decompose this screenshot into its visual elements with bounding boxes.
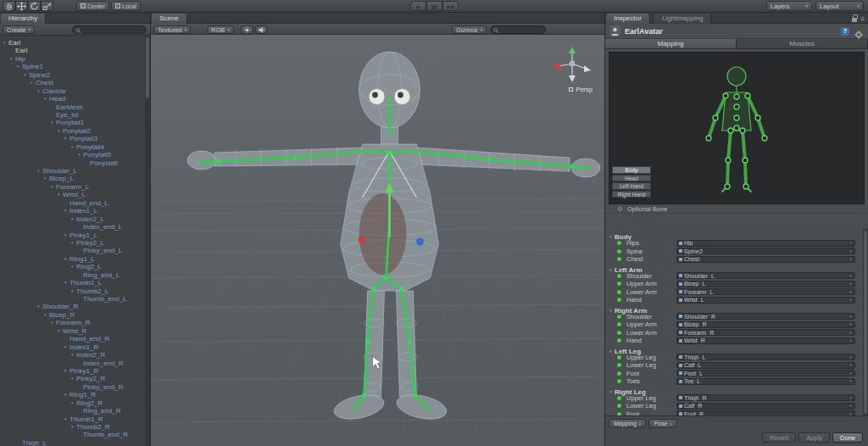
foldout-arrow-icon[interactable]: ▼ (64, 343, 70, 351)
hierarchy-item[interactable]: ▼Ponytail1 (0, 116, 145, 124)
hierarchy-item[interactable]: Eye_lid (0, 109, 145, 116)
bone-object-field[interactable]: Shoulder_L (676, 272, 855, 279)
object-picker-button[interactable] (849, 249, 853, 254)
foldout-arrow-icon[interactable]: ▼ (70, 215, 76, 223)
scene-search-field[interactable] (490, 25, 546, 34)
bone-object-field[interactable]: Foot_L (676, 370, 855, 376)
pause-button[interactable]: ▮▮ (426, 1, 442, 11)
hierarchy-item[interactable]: ▼Forearm_R (0, 316, 145, 324)
foldout-arrow-icon[interactable]: ▼ (64, 367, 70, 375)
object-picker-button[interactable] (849, 338, 853, 343)
scene-audio-toggle[interactable] (255, 25, 268, 34)
foldout-arrow-icon[interactable]: ▼ (70, 351, 76, 359)
object-picker-button[interactable] (849, 379, 853, 383)
hierarchy-item[interactable]: EarMesh (0, 101, 145, 109)
foldout-arrow-icon[interactable]: ▼ (70, 287, 76, 295)
play-button[interactable]: ▶ (410, 1, 426, 11)
scrollbar-thumb[interactable] (864, 231, 867, 414)
hierarchy-item[interactable]: ▼Bicep_R (0, 309, 145, 316)
gear-icon[interactable] (854, 27, 863, 36)
hierarchy-item[interactable]: ▼Index2_L (0, 213, 145, 220)
hierarchy-item[interactable]: ▼Pinky1_L (0, 229, 145, 237)
object-picker-button[interactable] (849, 257, 853, 261)
foldout-arrow-icon[interactable]: ▼ (70, 375, 76, 382)
gizmos-dropdown[interactable]: Gizmos ▾ (452, 25, 487, 34)
hierarchy-item[interactable]: ▼Ponytail4 (0, 141, 145, 148)
bone-object-field[interactable]: Forearm_L (676, 288, 855, 295)
hierarchy-item[interactable]: Ponytail6 (0, 157, 145, 164)
foldout-arrow-icon[interactable]: ▼ (70, 399, 76, 407)
bone-object-field[interactable]: Bicep_R (676, 321, 855, 328)
hierarchy-item[interactable]: ▼Ring1_L (0, 253, 145, 260)
character-mesh[interactable] (187, 52, 600, 423)
scene-3d-view[interactable] (151, 35, 604, 446)
foldout-arrow-icon[interactable]: ▼ (64, 415, 70, 423)
pivot-mode-button[interactable]: Center (76, 1, 109, 11)
foldout-arrow-icon[interactable]: ▼ (50, 183, 56, 191)
object-picker-button[interactable] (849, 241, 853, 245)
foldout-arrow-icon[interactable]: ▼ (70, 423, 76, 431)
object-picker-button[interactable] (849, 315, 853, 319)
perspective-mode-label[interactable]: Persp (569, 86, 593, 93)
foldout-arrow-icon[interactable]: ▼ (50, 319, 56, 326)
hierarchy-item[interactable]: ▼Chest (0, 76, 145, 84)
hierarchy-item[interactable]: ▼Forearm_L (0, 181, 145, 188)
foldout-arrow-icon[interactable]: ▼ (50, 119, 56, 126)
hierarchy-item[interactable]: ▼Ponytail3 (0, 132, 145, 140)
create-menu-button[interactable]: Create ▾ (3, 25, 35, 34)
object-picker-button[interactable] (849, 404, 853, 408)
scene-search-input[interactable] (501, 27, 542, 33)
foldout-arrow-icon[interactable]: ▼ (36, 87, 42, 95)
hierarchy-scrollbar[interactable] (145, 36, 150, 446)
bone-object-field[interactable]: Chest (676, 256, 855, 263)
object-picker-button[interactable] (849, 331, 853, 335)
scene-lighting-toggle[interactable] (241, 25, 253, 34)
mapping-menu-dropdown[interactable]: Mapping ▾ (609, 419, 646, 428)
hierarchy-item[interactable]: ▼Ring2_L (0, 260, 145, 268)
foldout-arrow-icon[interactable]: ▼ (64, 135, 70, 142)
foldout-arrow-icon[interactable]: ▼ (70, 263, 76, 270)
object-picker-button[interactable] (849, 355, 853, 360)
hierarchy-item[interactable]: ▼Index1_R (0, 341, 145, 348)
tab-hierarchy[interactable]: Hierarchy (1, 14, 46, 24)
hierarchy-item[interactable]: ▼Thumb2_L (0, 285, 145, 293)
hierarchy-item[interactable]: Hand_end_R (0, 332, 145, 340)
section-header[interactable]: ▼Right Arm (605, 304, 863, 313)
bone-object-field[interactable]: Wrist_R (676, 337, 855, 344)
part-button-left-hand[interactable]: Left Hand (612, 182, 651, 189)
section-header[interactable]: ▼Left Leg (605, 345, 863, 354)
revert-button[interactable]: Revert (762, 432, 796, 443)
tab-scene[interactable]: Scene (152, 14, 187, 24)
tab-muscles[interactable]: Muscles (737, 39, 868, 48)
hierarchy-item[interactable]: Hand_end_L (0, 197, 145, 204)
foldout-arrow-icon[interactable]: ▼ (30, 79, 36, 86)
bone-object-field[interactable]: Shoulder_R (676, 313, 855, 320)
bone-object-field[interactable]: Forearm_R (676, 329, 855, 336)
part-button-head[interactable]: Head (612, 175, 651, 181)
lock-icon[interactable] (852, 18, 857, 22)
object-picker-button[interactable] (849, 322, 853, 326)
pivot-rotation-button[interactable]: Local (111, 1, 141, 11)
scene-viewport[interactable]: Persp (151, 35, 604, 446)
bone-object-field[interactable]: Thigh_R (676, 394, 855, 401)
foldout-arrow-icon[interactable]: ▼ (57, 127, 63, 135)
rotate-tool-button[interactable] (28, 1, 41, 11)
hierarchy-item[interactable]: Earl (0, 44, 145, 52)
foldout-arrow-icon[interactable]: ▼ (57, 191, 63, 198)
tab-mapping[interactable]: Mapping (605, 39, 737, 48)
object-picker-button[interactable] (849, 363, 853, 367)
panel-menu-icon[interactable]: ≡ (860, 14, 865, 23)
foldout-arrow-icon[interactable]: ▼ (64, 231, 70, 239)
help-icon[interactable]: ? (841, 27, 849, 36)
section-header[interactable]: ▼Body (605, 231, 863, 239)
section-header[interactable]: ▼Left Arm (605, 264, 863, 272)
hierarchy-item[interactable]: ▼Head (0, 92, 145, 100)
foldout-arrow-icon[interactable]: ▼ (64, 207, 70, 215)
layout-dropdown[interactable]: Layout ▾ (815, 1, 864, 11)
part-button-body[interactable]: Body (612, 166, 651, 173)
foldout-arrow-icon[interactable]: ▼ (57, 327, 63, 335)
scale-tool-button[interactable] (41, 1, 53, 11)
hierarchy-item[interactable]: ▼Hip (0, 53, 145, 60)
scrollbar-thumb[interactable] (146, 37, 149, 98)
hierarchy-item[interactable]: ▼Bicep_L (0, 172, 145, 180)
